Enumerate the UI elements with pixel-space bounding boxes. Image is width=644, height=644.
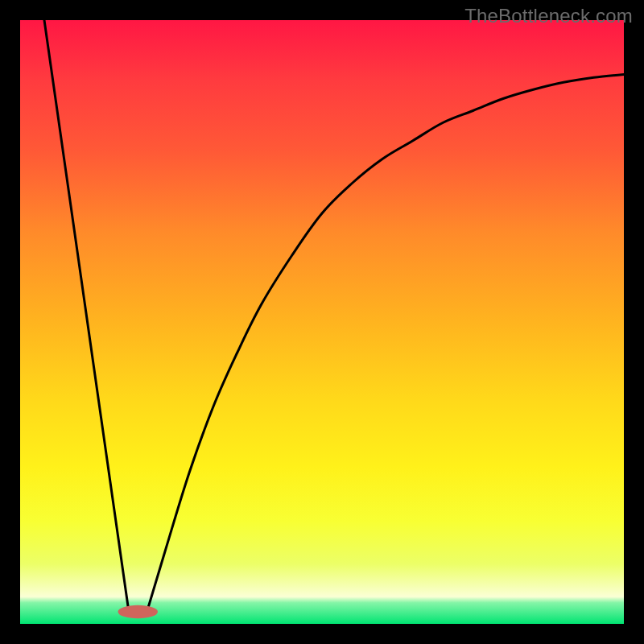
gradient-background <box>20 20 624 624</box>
bottleneck-chart: TheBottleneck.com <box>0 0 644 644</box>
optimal-marker <box>118 605 159 619</box>
chart-canvas <box>0 0 644 644</box>
